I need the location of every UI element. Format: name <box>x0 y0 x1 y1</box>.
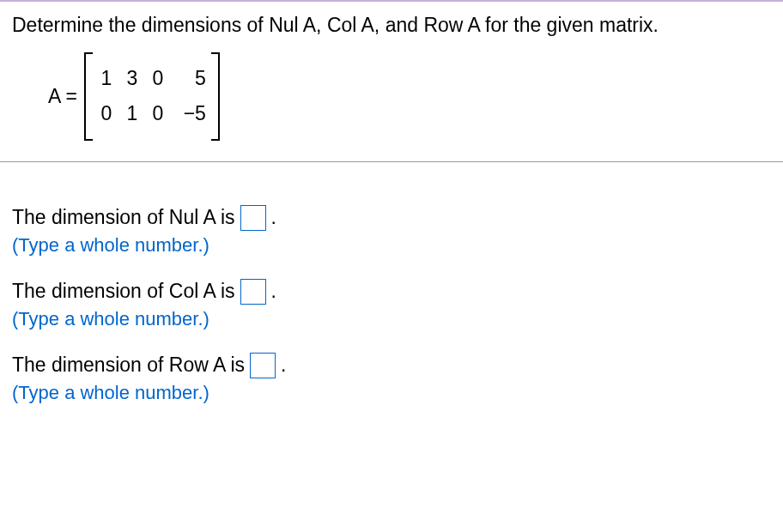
answer-row-hint: (Type a whole number.) <box>12 382 771 404</box>
matrix-cell: 1 <box>98 61 115 96</box>
bracket-left <box>84 52 93 141</box>
answer-col-suffix: . <box>271 280 276 303</box>
matrix-cell: 3 <box>124 61 141 96</box>
answer-nul-prefix: The dimension of Nul A is <box>12 206 235 229</box>
col-input[interactable] <box>240 279 266 305</box>
nul-input[interactable] <box>240 205 266 231</box>
matrix-cell: 1 <box>124 96 141 131</box>
matrix-cell: −5 <box>175 96 206 131</box>
answer-row: The dimension of Row A is . (Type a whol… <box>12 353 771 404</box>
answer-area: The dimension of Nul A is . (Type a whol… <box>0 162 783 438</box>
answer-row-line: The dimension of Row A is . <box>12 353 771 378</box>
matrix-row-1: 1 3 0 5 <box>98 61 206 96</box>
answer-nul-hint: (Type a whole number.) <box>12 234 771 257</box>
matrix-content: 1 3 0 5 0 1 0 −5 <box>93 52 211 141</box>
question-area: Determine the dimensions of Nul A, Col A… <box>0 2 783 161</box>
question-prompt: Determine the dimensions of Nul A, Col A… <box>12 14 771 37</box>
matrix-row-2: 0 1 0 −5 <box>98 96 206 131</box>
answer-nul-suffix: . <box>271 206 276 229</box>
matrix-equation: A = 1 3 0 5 0 1 0 −5 <box>48 52 771 141</box>
matrix-cell: 0 <box>98 96 115 131</box>
answer-col-prefix: The dimension of Col A is <box>12 280 235 303</box>
row-input[interactable] <box>250 353 276 378</box>
matrix-cell: 0 <box>149 96 167 131</box>
matrix-label: A = <box>48 85 77 108</box>
answer-col-hint: (Type a whole number.) <box>12 308 771 330</box>
answer-nul-line: The dimension of Nul A is . <box>12 205 771 231</box>
answer-col: The dimension of Col A is . (Type a whol… <box>12 279 771 330</box>
bracket-right <box>211 52 220 141</box>
matrix-cell: 0 <box>149 61 167 96</box>
answer-nul: The dimension of Nul A is . (Type a whol… <box>12 205 771 257</box>
answer-row-suffix: . <box>281 354 286 377</box>
answer-row-prefix: The dimension of Row A is <box>12 354 245 377</box>
matrix-cell: 5 <box>175 61 206 96</box>
answer-col-line: The dimension of Col A is . <box>12 279 771 305</box>
matrix: 1 3 0 5 0 1 0 −5 <box>84 52 220 141</box>
